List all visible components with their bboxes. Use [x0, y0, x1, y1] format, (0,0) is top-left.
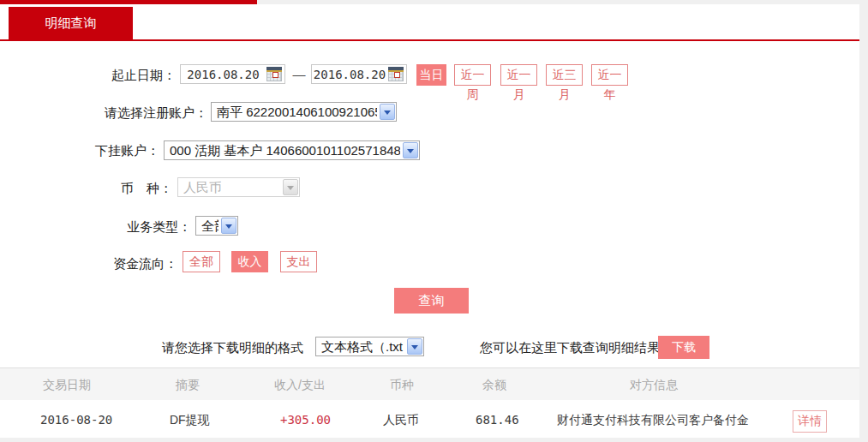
currency-value: 人民币 [183, 178, 280, 196]
download-format-select[interactable]: 文本格式（.txt） [315, 337, 424, 356]
date-range-label: 起止日期： [47, 68, 176, 84]
sub-account-select[interactable]: 000 活期 基本户 1406600101102571848 [164, 140, 420, 160]
header-trade-date: 交易日期 [43, 378, 91, 393]
cell-summary: DF提现 [170, 413, 210, 428]
detail-button[interactable]: 详情 [793, 410, 827, 433]
currency-select: 人民币 [177, 177, 300, 197]
range-month-button[interactable]: 近一月 [500, 64, 537, 86]
sub-account-value: 000 活期 基本户 1406600101102571848 [170, 141, 400, 159]
tab-underline [0, 39, 859, 41]
cell-trade-date: 2016-08-20 [40, 413, 112, 427]
download-button[interactable]: 下载 [658, 336, 709, 359]
sub-account-label: 下挂账户： [47, 143, 159, 159]
calendar-icon[interactable] [388, 67, 404, 81]
cell-balance: 681.46 [476, 413, 519, 427]
range-today-button[interactable]: 当日 [416, 64, 446, 86]
header-income-expense: 收入/支出 [274, 378, 326, 393]
business-type-select[interactable]: 全部 [195, 216, 238, 236]
cell-counterparty: 财付通支付科技有限公司客户备付金 [557, 413, 749, 428]
business-type-label: 业务类型： [77, 219, 191, 236]
detail-query-screen: 明细查询 起止日期： — 当日 近一周 近一月 近三月 近一年 请选择注册账户：… [0, 0, 868, 442]
cell-income-amount: +305.00 [280, 413, 331, 427]
chevron-down-icon[interactable] [407, 338, 422, 355]
calendar-icon[interactable] [266, 67, 282, 81]
table-row: 2016-08-20 DF提现 +305.00 人民币 681.46 财付通支付… [0, 400, 859, 438]
header-counterparty: 对方信息 [630, 378, 678, 393]
range-quarter-button[interactable]: 近三月 [546, 64, 583, 86]
registered-account-value: 南平 6222001406100921065 灵通卡 [217, 103, 377, 121]
top-accent-strip [0, 0, 257, 4]
chevron-down-icon[interactable] [380, 104, 395, 120]
chevron-down-icon[interactable] [221, 218, 236, 234]
header-currency: 币种 [390, 378, 414, 393]
query-button[interactable]: 查询 [394, 288, 469, 314]
download-hint: 您可以在这里下载查询明细结果 [480, 340, 660, 356]
tab-detail-query[interactable]: 明细查询 [9, 7, 133, 39]
registered-account-label: 请选择注册账户： [77, 105, 207, 122]
flow-all-button[interactable]: 全部 [183, 251, 220, 272]
date-separator: — [290, 67, 308, 81]
flow-income-button[interactable]: 收入 [231, 251, 268, 272]
download-format-value: 文本格式（.txt） [321, 337, 404, 355]
currency-label: 币 种： [47, 181, 172, 197]
range-year-button[interactable]: 近一年 [591, 64, 628, 86]
download-format-label: 请您选择下载明细的格式 [162, 340, 303, 356]
registered-account-select[interactable]: 南平 6222001406100921065 灵通卡 [211, 102, 397, 122]
fund-flow-label: 资金流向： [47, 256, 177, 272]
bottom-strip [0, 438, 859, 442]
header-balance: 余额 [482, 378, 506, 393]
flow-expense-button[interactable]: 支出 [280, 251, 317, 272]
chevron-down-icon[interactable] [403, 142, 418, 158]
table-header-row: 交易日期 摘要 收入/支出 币种 余额 对方信息 [0, 368, 859, 400]
chevron-down-icon [283, 179, 298, 195]
cell-currency: 人民币 [383, 413, 419, 428]
business-type-value: 全部 [201, 217, 218, 235]
range-week-button[interactable]: 近一周 [454, 64, 491, 86]
header-summary: 摘要 [176, 378, 200, 393]
